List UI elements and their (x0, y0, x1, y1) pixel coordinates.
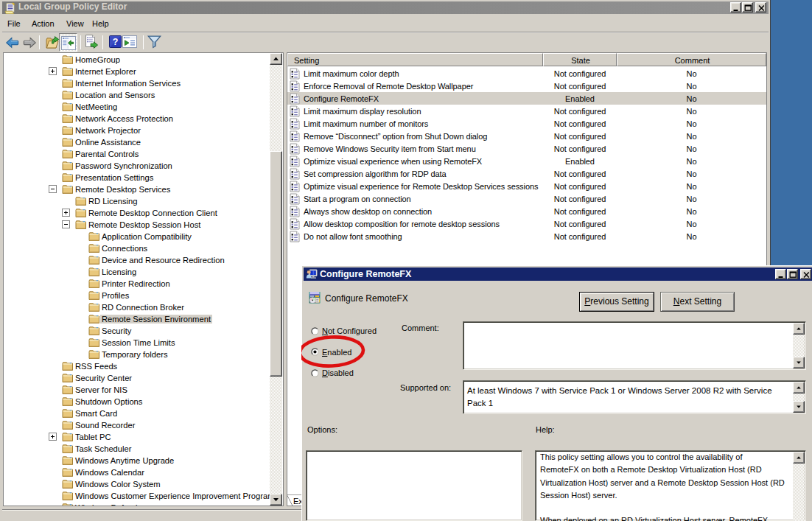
svg-text:?: ? (113, 37, 119, 47)
